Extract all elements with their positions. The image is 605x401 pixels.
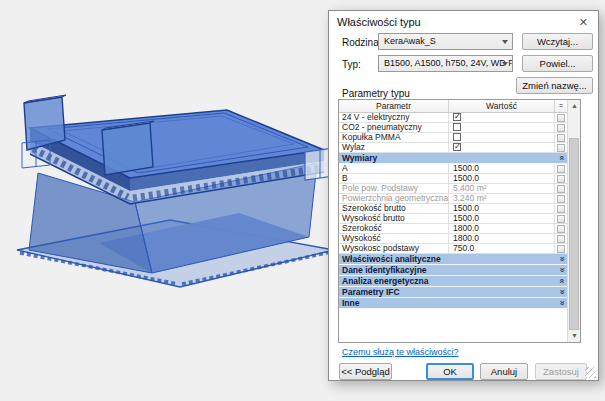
table-header: Parametr Wartość = [339, 100, 580, 113]
help-link[interactable]: Czemu służą te właściwości? [342, 347, 459, 357]
chevron-up-icon[interactable]: « [557, 278, 565, 283]
dialog-titlebar[interactable]: Właściwości typu ✕ [329, 11, 598, 33]
type-parameters-table: Parametr Wartość = 24 V - elektryczny✓CO… [338, 99, 581, 343]
cancel-button[interactable]: Anuluj [480, 363, 528, 380]
group-label: Właściwości analityczne [342, 254, 559, 264]
chevron-down-icon[interactable]: « [557, 289, 565, 294]
associate-family-parameter-button[interactable] [555, 214, 567, 223]
associate-family-parameter-button[interactable] [555, 143, 567, 152]
param-row: Wylaz✓ [339, 143, 567, 153]
checkbox-checked[interactable]: ✓ [453, 113, 461, 121]
param-value-cell[interactable]: ✓ [449, 113, 555, 122]
param-group-row[interactable]: Właściwości analityczne« [339, 254, 567, 265]
resize-grip[interactable] [585, 367, 596, 378]
param-row: B1500.0 [339, 174, 567, 184]
associate-family-parameter-button[interactable] [555, 113, 567, 122]
associate-family-parameter-button[interactable] [555, 224, 567, 233]
group-label: Analiza energetyczna [342, 276, 559, 286]
param-value-cell[interactable]: 1500.0 [449, 204, 555, 213]
param-name: Szerokość brutto [339, 204, 449, 213]
associate-button-icon [557, 124, 565, 132]
param-name: Pole pow. Podstawy [339, 184, 449, 193]
checkbox-unchecked[interactable] [453, 123, 461, 131]
param-group-row[interactable]: Inne« [339, 298, 567, 309]
scroll-down-arrow-icon[interactable]: ▼ [568, 330, 581, 342]
param-value-cell[interactable]: 1500.0 [449, 214, 555, 223]
param-name: Kopułka PMMA [339, 133, 449, 142]
dialog-title: Właściwości typu [337, 16, 577, 28]
type-dropdown[interactable]: B1500, A1500, h750, 24V, WD PC [378, 55, 513, 72]
family-label: Rodzina: [342, 37, 381, 48]
apply-button[interactable]: Zastosuj [535, 363, 587, 380]
param-group-row[interactable]: Dane identyfikacyjne« [339, 265, 567, 276]
param-group-row[interactable]: Analiza energetyczna« [339, 276, 567, 287]
param-value-cell[interactable]: 3.240 m² [449, 194, 555, 203]
param-row: Szerokość brutto1500.0 [339, 204, 567, 214]
param-value-cell[interactable]: 5.400 m² [449, 184, 555, 193]
associate-family-parameter-button[interactable] [555, 194, 567, 203]
param-value-cell[interactable]: 1500.0 [449, 174, 555, 183]
associate-family-parameter-button[interactable] [555, 174, 567, 183]
column-header-value[interactable]: Wartość [449, 100, 555, 112]
param-name: Wysokość brutto [339, 214, 449, 223]
associate-button-icon [557, 175, 565, 183]
param-row: 24 V - elektryczny✓ [339, 113, 567, 123]
family-value: KeraAwak_S [384, 36, 436, 46]
table-scrollbar[interactable]: ▲ ▼ [567, 100, 580, 342]
scroll-up-arrow-icon[interactable]: ▲ [568, 100, 581, 112]
associate-button-icon [557, 144, 565, 152]
param-name: 24 V - elektryczny [339, 113, 449, 122]
associate-family-parameter-button[interactable] [555, 164, 567, 173]
param-name: Wysokość [339, 234, 449, 243]
ok-button[interactable]: OK [426, 363, 474, 380]
param-name: Szerokość [339, 224, 449, 233]
param-group-row[interactable]: Wymiary« [339, 153, 567, 164]
associate-button-icon [557, 134, 565, 142]
chevron-down-icon[interactable]: « [557, 256, 565, 261]
param-row: Szerokość1800.0 [339, 224, 567, 234]
associate-family-parameter-button[interactable] [555, 204, 567, 213]
param-rows: 24 V - elektryczny✓CO2 - pneumatycznyKop… [339, 113, 567, 309]
chevron-up-icon[interactable]: « [557, 155, 565, 160]
preview-toggle-button[interactable]: << Podgląd [339, 363, 392, 380]
param-value-cell[interactable] [449, 123, 555, 132]
chevron-down-icon [502, 40, 508, 44]
rename-button[interactable]: Zmień nazwę... [516, 77, 593, 94]
param-value-cell[interactable]: 1800.0 [449, 224, 555, 233]
chevron-down-icon[interactable]: « [557, 267, 565, 272]
param-group-row[interactable]: Parametry IFC« [339, 287, 567, 298]
param-row: Wysokość brutto1500.0 [339, 214, 567, 224]
checkbox-unchecked[interactable] [453, 133, 461, 141]
load-button[interactable]: Wczytaj... [522, 33, 593, 50]
close-icon[interactable]: ✕ [577, 16, 590, 29]
associate-family-parameter-button[interactable] [555, 184, 567, 193]
group-label: Parametry IFC [342, 287, 559, 297]
param-value-cell[interactable]: 1500.0 [449, 164, 555, 173]
associate-button-icon [557, 235, 565, 243]
param-value-cell[interactable]: ✓ [449, 143, 555, 152]
param-value-cell[interactable]: 1800.0 [449, 234, 555, 243]
skylight-3d-model [2, 85, 338, 297]
type-parameters-caption: Parametry typu [342, 88, 410, 99]
duplicate-button[interactable]: Powiel... [522, 55, 593, 72]
scrollbar-thumb[interactable] [569, 138, 579, 330]
associate-button-icon [557, 215, 565, 223]
chevron-down-icon [502, 62, 508, 66]
chevron-down-icon[interactable]: « [557, 300, 565, 305]
associate-family-parameter-button[interactable] [555, 133, 567, 142]
associate-family-parameter-button[interactable] [555, 234, 567, 243]
associate-button-icon [557, 185, 565, 193]
checkbox-checked[interactable]: ✓ [453, 143, 461, 151]
associate-family-parameter-button[interactable] [555, 123, 567, 132]
column-header-parameter[interactable]: Parametr [339, 100, 449, 112]
associate-family-parameter-button[interactable] [555, 244, 567, 253]
group-label: Wymiary [342, 153, 559, 163]
param-value-cell[interactable]: 750.0 [449, 244, 555, 253]
param-value-cell[interactable] [449, 133, 555, 142]
param-name: Wylaz [339, 143, 449, 152]
group-label: Inne [342, 298, 559, 308]
model-preview-canvas[interactable] [0, 0, 330, 401]
associate-button-icon [557, 165, 565, 173]
family-dropdown[interactable]: KeraAwak_S [378, 33, 513, 50]
model-flap-2 [102, 123, 153, 175]
